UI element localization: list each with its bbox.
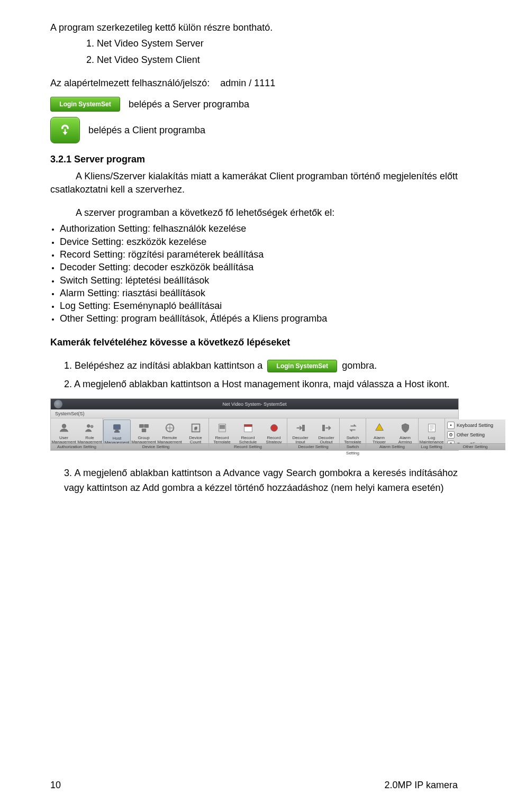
client-login-caption: belépés a Client programba (88, 125, 205, 136)
alarm-trigger-icon (373, 421, 386, 435)
svg-rect-4 (115, 430, 119, 431)
toolbar-alarm-trigger[interactable]: AlarmTrigger (366, 419, 392, 445)
remote-management-icon (163, 421, 177, 435)
step-1-text-a: 1. Belépéshez az indítási ablakban katti… (64, 360, 262, 371)
toolbar-group: DecoderInputDecoderOutputDecoder Setting (287, 418, 340, 450)
decoder-output-icon (320, 421, 333, 435)
side-item-icon: ⚙ (447, 431, 455, 439)
step-3: 3. A megjelenő ablakban kattintson a Adv… (64, 466, 458, 496)
toolbar-section-label: Alarm Setting (366, 443, 418, 450)
menu-bar[interactable]: SystemSet(S) (51, 409, 458, 418)
svg-rect-3 (114, 424, 121, 429)
svg-text:#: # (194, 425, 197, 431)
toolbar-group-management[interactable]: GroupManagement (131, 419, 157, 445)
record-template-icon (215, 421, 229, 435)
toolbar-section-label: Other Setting (445, 443, 505, 450)
window-title: Net Video System- SystemSet (223, 402, 287, 407)
toolbar-group: HostManagementGroupManagementRemoteManag… (103, 418, 209, 450)
svg-point-0 (62, 424, 66, 427)
document-page: A program szerkezetileg kettő külön rész… (0, 0, 508, 812)
login-systemset-inline-button[interactable]: Login SystemSet (267, 360, 337, 372)
paragraph-1: A Kliens/Szerver kialakítás miatt a kame… (50, 170, 458, 196)
host-management-icon (110, 422, 124, 435)
toolbar-section-label: Switch Setting (340, 443, 366, 450)
toolbar-device-count[interactable]: #DeviceCount (183, 419, 208, 445)
toolbar-section-label: Decoder Setting (287, 443, 339, 450)
svg-rect-14 (220, 427, 224, 428)
app-logo-icon (54, 400, 62, 408)
toolbar-record-strategy[interactable]: RecordStrategy (261, 419, 287, 445)
decoder-input-icon (294, 421, 307, 435)
step-2: 2. A megjelenő ablakban kattintson a Hos… (64, 377, 458, 392)
toolbar-side-item[interactable]: ⚙Other Setting (447, 430, 505, 440)
feature-item: Decoder Setting: decoder eszközök beállí… (60, 261, 458, 273)
toolbar-section-label: Record Setting (209, 443, 287, 450)
steps-heading: Kamerák felvételéhez kövesse a következő… (50, 336, 458, 349)
toolbar-switch-template[interactable]: SwitchTemplate (340, 419, 366, 445)
intro-line: A program szerkezetileg kettő külön rész… (50, 21, 458, 34)
toolbar-group: LogMaintenanceLog Setting (419, 418, 445, 450)
toolbar-section-label: Log Setting (419, 443, 444, 450)
toolbar-record-template[interactable]: RecordTemplate (209, 419, 235, 445)
feature-list: Authorization Setting: felhasználók keze… (60, 222, 458, 325)
toolbar-decoder-input[interactable]: DecoderInput (287, 419, 313, 445)
svg-rect-19 (322, 425, 324, 431)
toolbar-group-other: •Keyboard Setting⚙Other Setting⚙Open Cli… (445, 418, 505, 450)
record-strategy-icon (267, 421, 281, 435)
feature-item: Alarm Setting: riasztási beállítások (60, 287, 458, 299)
login-systemset-button[interactable]: Login SystemSet (50, 97, 120, 112)
toolbar-decoder-output[interactable]: DecoderOutput (313, 419, 339, 445)
svg-rect-16 (244, 424, 252, 426)
toolbar-side-item[interactable]: •Keyboard Setting (447, 421, 505, 430)
feature-item: Record Setting: rögzítési paraméterek be… (60, 248, 458, 261)
log-maintenance-icon (425, 421, 439, 435)
switch-template-icon (346, 421, 360, 435)
toolbar-section-label: Device Setting (103, 443, 208, 450)
user-management-icon (57, 421, 71, 435)
toolbar-group: AlarmTriggerAlarmArmingAlarm Setting (366, 418, 419, 450)
toolbar-group: SwitchTemplateSwitch Setting (340, 418, 366, 450)
footer-title: 2.0MP IP kamera (385, 780, 458, 791)
feature-item: Other Setting: program beállítások, Átlé… (60, 312, 458, 325)
svg-rect-5 (114, 431, 119, 432)
systemset-toolbar-screenshot: Net Video System- SystemSet SystemSet(S)… (50, 398, 459, 451)
list-item-2: 2. Net Video System Client (50, 53, 458, 66)
toolbar-role-management[interactable]: RoleManagement (77, 419, 103, 445)
feature-item: Device Setting: eszközök kezelése (60, 235, 458, 248)
svg-rect-13 (220, 425, 224, 426)
toolbar-remote-management[interactable]: RemoteManagement (157, 419, 183, 445)
toolbar-host-management[interactable]: HostManagement (103, 419, 131, 446)
svg-rect-8 (142, 428, 146, 432)
toolbar-section-label: Authorization Setting (51, 443, 103, 450)
toolbar-alarm-arming[interactable]: AlarmArming (392, 419, 418, 445)
record-schedule-icon (241, 421, 255, 435)
client-download-icon[interactable] (50, 117, 80, 143)
feature-item: Authorization Setting: felhasználók keze… (60, 222, 458, 235)
page-number: 10 (50, 780, 61, 791)
svg-point-2 (90, 425, 93, 428)
device-count-icon: # (189, 421, 203, 435)
svg-point-17 (270, 424, 277, 431)
toolbar-user-management[interactable]: UserManagement (51, 419, 77, 445)
server-login-caption: belépés a Server programba (129, 99, 249, 110)
step-1: 1. Belépéshez az indítási ablakban katti… (64, 358, 458, 373)
side-item-icon: • (447, 422, 455, 429)
list-item-1: 1. Net Video System Server (50, 37, 458, 50)
group-management-icon (137, 421, 151, 435)
svg-point-1 (87, 424, 90, 427)
toolbar-record-schedule[interactable]: RecordSchedule (235, 419, 261, 445)
section-heading: 3.2.1 Server program (50, 153, 458, 166)
toolbar-group: UserManagementRoleManagementAuthorizatio… (51, 418, 103, 450)
alarm-arming-icon (398, 421, 412, 435)
paragraph-2: A szerver programban a következő fő lehe… (50, 206, 458, 219)
toolbar-group: RecordTemplateRecordScheduleRecordStrate… (209, 418, 287, 450)
feature-item: Switch Setting: léptetési beállítások (60, 274, 458, 287)
page-footer: 10 2.0MP IP kamera (0, 780, 508, 791)
toolbar-log-maintenance[interactable]: LogMaintenance (419, 419, 444, 445)
toolbar-titlebar: Net Video System- SystemSet (51, 399, 458, 409)
feature-item: Log Setting: Eseménynapló beállításai (60, 299, 458, 312)
default-credentials: Az alapértelmezett felhasználó/jelszó: a… (50, 77, 458, 89)
svg-rect-6 (139, 424, 143, 427)
svg-rect-18 (302, 425, 304, 431)
svg-rect-7 (144, 424, 148, 427)
